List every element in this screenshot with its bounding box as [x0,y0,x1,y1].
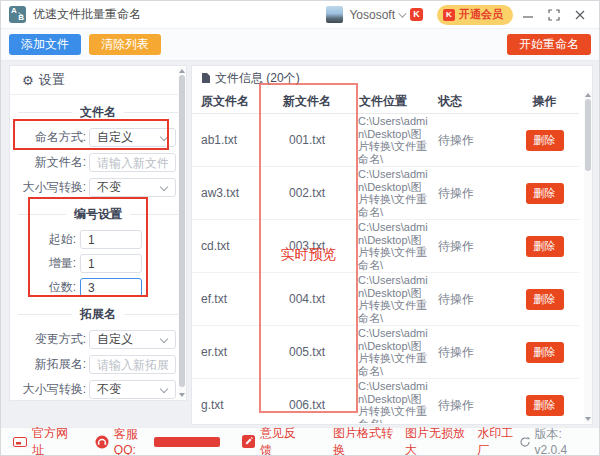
col-new-name: 新文件名 [256,93,358,110]
delete-button[interactable]: 删除 [526,183,564,204]
original-filename-cell: er.txt [192,345,256,359]
lossless-enlarge-link[interactable]: 图片无损放大 [405,425,467,456]
footer: 官方网址 客服QQ: 意见反馈 图片格式转换 图片无损放大 水印工厂 版本: v… [1,427,599,455]
delete-button[interactable]: 删除 [526,236,564,257]
settings-sidebar: ⚙ 设置 文件名 命名方式: 自定义 新文件名: 大小写转换: 不变 [9,65,187,401]
increment-label: 增量: [42,255,76,272]
col-location: 文件位置 [358,93,430,110]
filename-case-select[interactable]: 不变 [89,178,176,197]
file-location-cell: C:\Users\admin\Desktop\图片转换\文件重命名\ [358,114,430,166]
table-row: ef.txt 004.txt C:\Users\admin\Desktop\图片… [192,273,579,326]
new-filename-cell: 002.txt [256,186,358,200]
start-number-row: 起始: [42,230,176,249]
feedback-icon [242,435,255,448]
redacted-qq-number [154,437,219,447]
naming-method-select[interactable]: 自定义 [89,128,176,147]
add-files-button[interactable]: 添加文件 [9,34,81,55]
table-row: ab1.txt 001.txt C:\Users\admin\Desktop\图… [192,114,579,167]
delete-button[interactable]: 删除 [526,395,564,416]
headset-icon [95,435,109,449]
user-avatar[interactable] [326,6,343,23]
delete-button[interactable]: 删除 [526,342,564,363]
extension-case-select[interactable]: 不变 [89,380,176,399]
original-filename-cell: ef.txt [192,292,256,306]
chevron-down-icon [160,385,168,393]
feedback-link[interactable]: 意见反馈 [242,425,299,456]
open-vip-button[interactable]: K 开通会员 [437,5,513,25]
new-filename-row: 新文件名: [16,153,176,172]
official-site-link[interactable]: 官方网址 [13,425,71,456]
table-row: cd.txt 003.txt C:\Users\admin\Desktop\图片… [192,220,579,273]
minimize-button[interactable] [517,4,539,26]
document-icon [201,72,211,84]
file-location-cell: C:\Users\admin\Desktop\图片转换\文件重命名\ [358,220,430,272]
version-check[interactable]: 版本: v2.0.4 [519,426,587,456]
numbering-section-title: 编号设置 [18,206,178,223]
divider [18,112,72,113]
status-cell: 待操作 [430,185,510,202]
chevron-down-icon [160,335,168,343]
scroll-down-icon[interactable] [585,417,591,421]
chevron-down-icon [160,183,168,191]
new-filename-cell: 004.txt [256,292,358,306]
file-location-cell: C:\Users\admin\Desktop\图片转换\文件重命名\ [358,326,430,378]
status-cell: 待操作 [430,291,510,308]
filename-case-row: 大小写转换: 不变 [16,178,176,197]
original-filename-cell: cd.txt [192,239,256,253]
naming-method-row: 命名方式: 自定义 [16,128,176,147]
clear-list-button[interactable]: 清除列表 [89,34,161,55]
new-extension-input[interactable] [89,355,176,374]
filename-case-label: 大小写转换: [16,179,86,196]
divider [18,314,72,315]
support-qq-link[interactable]: 客服QQ: [95,426,220,456]
col-original-name: 原文件名 [192,93,256,110]
file-location-cell: C:\Users\admin\Desktop\图片转换\文件重命名\ [358,167,430,219]
table-header-row: 原文件名 新文件名 文件位置 状态 操作 [192,90,579,114]
panel-title: 文件信息 (20个) [215,70,300,87]
change-method-row: 变更方式: 自定义 [16,330,176,349]
divider [124,112,178,113]
increment-input[interactable] [80,254,142,273]
table-scroll-thumb[interactable] [585,99,591,171]
file-info-panel: 文件信息 (20个) 原文件名 新文件名 文件位置 状态 操作 ab1.txt … [191,65,593,425]
close-button[interactable] [569,4,591,26]
original-filename-cell: aw3.txt [192,186,256,200]
digits-label: 位数: [42,279,76,296]
scroll-down-icon[interactable] [179,393,185,397]
settings-header: ⚙ 设置 [10,66,186,95]
new-filename-cell: 003.txt [256,239,358,253]
start-rename-button[interactable]: 开始重命名 [507,34,591,55]
vip-mini-icon: K [443,9,455,21]
start-number-input[interactable] [80,230,142,249]
scroll-up-icon[interactable] [585,93,591,97]
col-action: 操作 [510,93,579,110]
change-method-select[interactable]: 自定义 [89,330,176,349]
scroll-up-icon[interactable] [179,69,185,73]
account-name[interactable]: Yososoft [349,8,395,22]
watermark-factory-link[interactable]: 水印工厂 [477,425,518,456]
gear-icon: ⚙ [22,73,34,88]
website-icon [13,436,27,448]
maximize-button[interactable] [543,4,565,26]
minimize-icon [522,9,534,21]
action-cell: 删除 [510,236,579,257]
divider [124,314,178,315]
new-filename-input[interactable] [89,153,176,172]
table-scrollbar[interactable] [584,91,592,423]
format-convert-link[interactable]: 图片格式转换 [333,425,395,456]
refresh-icon [519,436,531,448]
divider [130,214,178,215]
sidebar-scroll-thumb[interactable] [179,75,185,387]
settings-title: 设置 [39,71,65,89]
chevron-down-icon[interactable] [398,9,406,17]
sidebar-scrollbar[interactable] [178,67,186,399]
new-filename-label: 新文件名: [16,154,86,171]
extension-case-label: 大小写转换: [16,381,86,398]
col-status: 状态 [430,93,510,110]
delete-button[interactable]: 删除 [526,289,564,310]
original-filename-cell: g.txt [192,398,256,412]
extension-section-title: 拓展名 [18,306,178,323]
digits-input[interactable] [80,278,142,297]
new-extension-label: 新拓展名: [16,356,86,373]
delete-button[interactable]: 删除 [526,130,564,151]
